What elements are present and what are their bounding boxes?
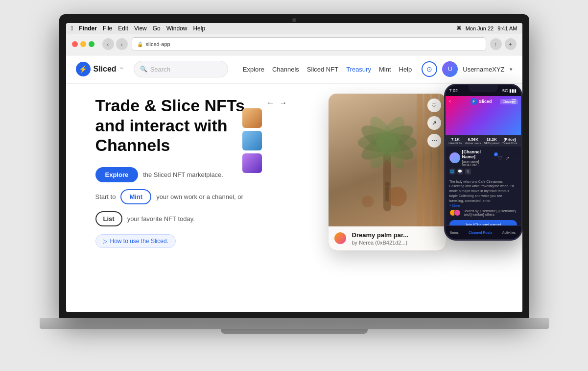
share-button[interactable]: ↑ xyxy=(490,38,502,50)
nft-card-info: Dreamy palm par... by Nerea (0xB421d2...… xyxy=(329,226,446,250)
dropdown-chevron-icon[interactable]: ▾ xyxy=(510,66,513,73)
nav-sliced-nft[interactable]: Sliced NFT xyxy=(307,66,338,73)
phone-channel-handle: [username] 0x8421d2... xyxy=(462,160,498,167)
nft-thumb-1[interactable] xyxy=(242,108,262,128)
phone-channel-section: [Channel Name] ✓ [username] 0x8421d2... xyxy=(446,147,521,177)
search-bar[interactable]: 🔍 Search xyxy=(134,61,228,77)
phone-logo-bar: ‹ ⚡ Sliced ☰ xyxy=(446,96,521,107)
lock-icon: 🔒 xyxy=(137,42,143,47)
nft-thumb-3[interactable] xyxy=(242,153,262,173)
list-suffix: your favorite NFT today. xyxy=(127,215,195,223)
how-to-link[interactable]: ▷ How to use the Sliced. xyxy=(95,234,176,248)
nav-explore[interactable]: Explore xyxy=(243,66,264,73)
phone-tab-channel-posts[interactable]: Channel Posts xyxy=(469,231,493,234)
prev-arrow[interactable]: ← xyxy=(267,99,275,107)
stat-nfts: 18.2K NFTs joined xyxy=(484,137,499,145)
nav-channels[interactable]: Channels xyxy=(272,66,299,73)
menu-help[interactable]: Help xyxy=(193,25,205,32)
hero-text-block: Trade & Slice NFTs and interact with Cha… xyxy=(95,96,252,248)
menu-window[interactable]: Window xyxy=(166,25,188,32)
svg-point-7 xyxy=(362,196,374,207)
phone-action-icons: ♡ ↗ ⋯ xyxy=(498,155,517,161)
phone-more-link[interactable]: + More xyxy=(446,204,521,207)
phone-back-icon[interactable]: ‹ xyxy=(449,99,451,104)
minimize-button[interactable] xyxy=(80,41,86,47)
app-navbar: ⚡ Sliced ™ 🔍 Search Explore Channels Sli… xyxy=(66,55,522,84)
phone-channel-avatar xyxy=(449,152,460,163)
phone-share-icon[interactable]: ↗ xyxy=(505,155,509,161)
nav-help[interactable]: Help xyxy=(399,66,412,73)
back-button[interactable]: ‹ xyxy=(102,38,114,50)
app-content: ⚡ Sliced ™ 🔍 Search Explore Channels Sli… xyxy=(66,55,522,260)
phone-time: 7:02 xyxy=(449,88,458,93)
wifi-icon: ⌘ xyxy=(456,25,462,31)
nft-showcase: ← → xyxy=(267,94,508,250)
search-icon: 🔍 xyxy=(140,66,147,73)
joined-avatars xyxy=(449,209,458,216)
svg-point-6 xyxy=(387,187,407,206)
camera-button[interactable]: ⊙ xyxy=(422,61,437,77)
list-cta-row: List your favorite NFT today. xyxy=(95,211,252,226)
phone-notch xyxy=(469,85,498,92)
browser-chrome: ‹ › 🔒 sliced-app ↑ + xyxy=(66,34,522,55)
macos-menubar:  Finder File Edit View Go Window Help ⌘… xyxy=(66,23,522,34)
phone-heart-icon[interactable]: ♡ xyxy=(498,155,502,161)
logo-text: Sliced xyxy=(94,65,117,74)
stat-likes: 7.1K Liked links xyxy=(448,137,462,145)
phone-menu-icon[interactable]: ☰ xyxy=(511,98,517,105)
nft-side-thumbnails xyxy=(242,108,262,173)
joined-text: Joined by [username], [username] and [nu… xyxy=(464,209,517,216)
mint-button[interactable]: Mint xyxy=(120,189,151,204)
menu-edit[interactable]: Edit xyxy=(118,25,128,32)
like-button[interactable]: ♡ xyxy=(427,99,441,112)
menu-file[interactable]: File xyxy=(103,25,112,32)
explore-button[interactable]: Explore xyxy=(95,167,139,182)
nav-mint[interactable]: Mint xyxy=(379,66,391,73)
laptop-bottom-bar xyxy=(40,318,549,329)
camera-icon: ⊙ xyxy=(426,65,432,73)
fullscreen-button[interactable] xyxy=(89,41,94,47)
next-arrow[interactable]: → xyxy=(280,99,287,107)
address-bar[interactable]: 🔒 sliced-app xyxy=(132,37,486,51)
phone-sliced-logo: ⚡ Sliced xyxy=(470,98,492,105)
laptop-camera xyxy=(292,18,296,22)
phone-channel-name: [Channel Name] ✓ xyxy=(462,149,498,159)
menu-go[interactable]: Go xyxy=(153,25,161,32)
verified-badge: ✓ xyxy=(494,152,497,156)
laptop-bezel:  Finder File Edit View Go Window Help ⌘… xyxy=(59,14,529,318)
username-label: UsernameXYZ xyxy=(463,66,504,73)
list-button[interactable]: List xyxy=(95,211,122,226)
mint-cta-row: Start to Mint your own work or a channel… xyxy=(95,189,252,204)
logo-symbol: ⚡ xyxy=(79,65,87,73)
app-logo: ⚡ Sliced ™ xyxy=(76,62,124,76)
menu-view[interactable]: View xyxy=(134,25,147,32)
svg-rect-8 xyxy=(385,187,389,201)
share-nft-button[interactable]: ↗ xyxy=(427,116,441,130)
nft-nav-arrows: ← → xyxy=(267,99,287,107)
phone-more-icon[interactable]: ⋯ xyxy=(512,155,517,161)
play-icon: ▷ xyxy=(103,238,107,245)
phone-tab-activities[interactable]: Activities xyxy=(502,231,516,234)
discord-icon[interactable]: 💬 xyxy=(457,169,463,174)
nft-card-main[interactable]: ♡ ↗ ⋯ Dreamy palm par... by xyxy=(329,94,446,250)
stat-users: 6.56K Active users xyxy=(465,137,481,145)
phone-bottom-tabs: Items Channel Posts Activities xyxy=(446,225,521,239)
forward-button[interactable]: › xyxy=(116,38,128,50)
nav-right: ⊙ U UsernameXYZ ▾ xyxy=(422,61,512,77)
nav-treasury[interactable]: Treasury xyxy=(346,66,371,73)
globe-icon[interactable]: 🌐 xyxy=(449,169,455,174)
new-tab-button[interactable]: + xyxy=(505,38,517,50)
phone-joined-by: Joined by [username], [username] and [nu… xyxy=(446,207,521,218)
twitter-icon[interactable]: 𝕏 xyxy=(465,169,471,174)
joined-avatar-2 xyxy=(454,209,461,216)
nft-title: Dreamy palm par... xyxy=(352,231,409,239)
menu-finder[interactable]: Finder xyxy=(79,25,97,32)
nft-author: by Nerea (0xB421d2...) xyxy=(352,240,409,246)
phone-tab-items[interactable]: Items xyxy=(450,231,459,234)
time: 9:41 AM xyxy=(497,25,517,31)
more-options-button[interactable]: ⋯ xyxy=(427,134,441,148)
nft-thumb-2[interactable] xyxy=(242,131,262,150)
user-avatar[interactable]: U xyxy=(442,61,458,77)
explore-cta-row: Explore the Sliced NFT marketplace. xyxy=(95,167,252,182)
close-button[interactable] xyxy=(72,41,78,47)
